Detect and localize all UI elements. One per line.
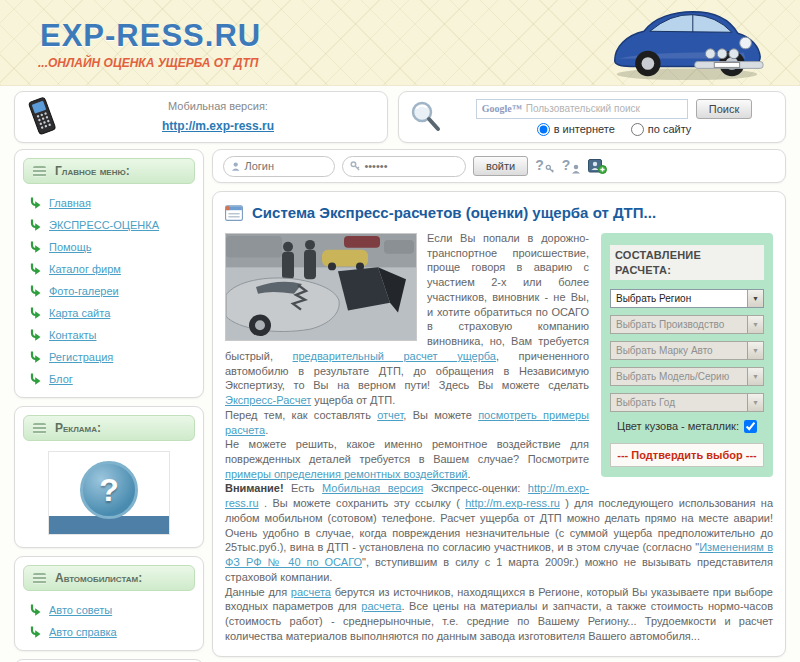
ads-box: Реклама: ? [14,406,204,548]
inline-link[interactable]: примеры определения ремонтных воздействи… [225,468,467,480]
bold-text: Внимание! [225,482,284,494]
inline-link[interactable]: отчет [377,409,403,421]
list-icon [33,573,46,584]
sidebar-menu-item[interactable]: Фото-галереи [29,284,195,297]
sidebar-link[interactable]: Контакты [49,329,97,341]
sidebar-menu-item[interactable]: Помощь [29,240,195,253]
sidebar-menu-item[interactable]: ЭКСПРЕСС-ОЦЕНКА [29,218,195,231]
sidebar-link[interactable]: ЭКСПРЕСС-ОЦЕНКА [49,219,159,231]
main-menu-list: Главная ЭКСПРЕСС-ОЦЕНКА [29,196,195,385]
green-arrow-icon [29,240,41,253]
inline-link[interactable]: расчета [361,600,401,612]
register-icon[interactable] [588,158,607,174]
article-title-row: Система Экспресс-расчетов (оценки) ущерб… [225,204,773,221]
article-express-calc: Система Экспресс-расчетов (оценки) ущерб… [212,191,786,657]
sidebar-menu-item[interactable]: Авто справка [29,625,195,638]
inline-link[interactable]: Мобильная версия [322,482,423,494]
radio-internet[interactable]: в интернете [537,123,615,136]
sidebar-menu-item[interactable]: Карта сайта [29,306,195,319]
select-model-value: Выбрать Модель/Серию [616,370,729,383]
body-text: Есть [284,482,322,494]
motorists-box: Автомобилистам: Авто советы [14,556,204,651]
mobile-version-label: Мобильная версия: [59,100,377,112]
sidebar-link[interactable]: Каталог фирм [49,263,121,275]
body-text: . [467,468,470,480]
radio-site[interactable]: по сайту [631,123,692,136]
password-field-wrap [342,156,466,177]
login-field-wrap [223,156,335,177]
forgot-password-icon[interactable]: ? [535,158,555,174]
select-region[interactable]: Выбрать Регион ▼ [610,289,764,308]
article-title: Система Экспресс-расчетов (оценки) ущерб… [252,204,656,221]
search-icon [409,100,443,134]
password-input[interactable] [364,160,458,172]
chevron-down-icon: ▼ [747,394,763,411]
green-arrow-icon [29,284,41,297]
inline-link[interactable]: расчета [291,586,331,598]
main-menu-header: Главное меню: [23,158,195,184]
crash-photo [225,233,417,341]
help-glyph: ? [562,158,571,172]
motorists-header: Автомобилистам: [23,565,195,591]
green-arrow-icon [29,306,41,319]
inline-link[interactable]: http://m.exp-ress.ru [465,497,560,509]
sidebar-link[interactable]: Авто советы [49,604,112,616]
body-text: Данные для [225,586,291,598]
sidebar-link[interactable]: Фото-галереи [49,285,119,297]
sidebar-menu-item[interactable]: Авто советы [29,603,195,616]
chevron-down-icon: ▼ [747,316,763,333]
sidebar-menu-item[interactable]: Главная [29,196,195,209]
green-arrow-icon [29,262,41,275]
select-manufacture-value: Выбрать Производство [616,318,724,331]
inline-link[interactable]: Экспресс-Расчет [225,394,311,406]
green-arrow-icon [29,372,41,385]
confirm-button[interactable]: --- Подтвердить выбор --- [610,443,764,467]
body-text: Экспресс-оценки: [423,482,528,494]
green-arrow-icon [29,350,41,363]
metallic-checkbox[interactable] [744,420,757,433]
document-icon [225,205,243,221]
radio-internet-input[interactable] [537,123,550,136]
select-year-value: Выбрать Год [616,396,675,409]
select-model: Выбрать Модель/Серию ▼ [610,367,764,386]
chevron-down-icon: ▼ [747,290,763,307]
ad-banner[interactable]: ? [48,451,170,535]
metallic-row: Цвет кузова - металлик: [610,419,764,434]
green-arrow-icon [29,328,41,341]
key-icon [350,160,360,172]
sidebar-link[interactable]: Авто справка [49,626,117,638]
select-region-value: Выбрать Регион [616,292,691,305]
sidebar-menu-item[interactable]: Контакты [29,328,195,341]
sidebar-menu-item[interactable]: Каталог фирм [29,262,195,275]
sidebar-menu-item[interactable]: Блог [29,372,195,385]
mobile-phone-icon [25,96,59,138]
motorists-list: Авто советы Авто справка [29,603,195,638]
radio-site-input[interactable] [631,123,644,136]
search-input[interactable]: Google™ Пользовательский поиск [476,99,688,119]
forgot-login-icon[interactable]: ? [562,158,582,174]
body-text: . Вы можете сохранить эту ссылку ( [259,497,466,509]
motorists-title: Автомобилистам: [55,571,142,585]
question-mark-icon: ? [80,461,138,519]
inline-link[interactable]: предварительный расчет ущерба [293,350,496,362]
search-scope-radios: в интернете по сайту [537,123,692,136]
calc-panel-title: СОСТАВЛЕНИЕ РАСЧЕТА: [610,245,764,280]
login-button[interactable]: войти [473,156,528,176]
search-button[interactable]: Поиск [696,99,752,119]
sidebar-link[interactable]: Главная [49,197,91,209]
green-arrow-icon [29,218,41,231]
sidebar-link[interactable]: Помощь [49,241,92,253]
mobile-version-link[interactable]: http://m.exp-ress.ru [162,119,274,133]
login-input[interactable] [244,160,327,172]
sidebar-menu-item[interactable]: Регистрация [29,350,195,363]
main-area: Главное меню: Главная [0,145,800,662]
main-menu-box: Главное меню: Главная [14,149,204,398]
page: { "colors": { "logo_blue": "#3d7ab9", "t… [0,0,800,662]
sidebar-link[interactable]: Карта сайта [49,307,110,319]
sidebar-link[interactable]: Блог [49,373,73,385]
sidebar-link[interactable]: Регистрация [49,351,113,363]
body-text: . [265,424,268,436]
body-text: ущерба от ДТП. [311,394,395,406]
site-logo[interactable]: EXP-RESS.RU [40,18,261,54]
search-controls: Google™ Пользовательский поиск Поиск в и… [453,99,775,136]
